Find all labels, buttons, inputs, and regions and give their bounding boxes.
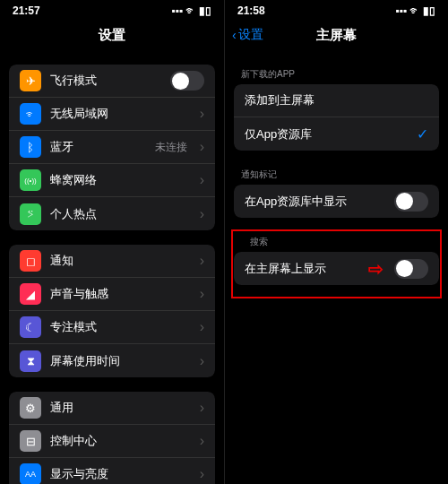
- nav-bar: 设置: [0, 20, 224, 50]
- chevron-right-icon: ›: [200, 253, 204, 269]
- sound-icon: ◢: [20, 283, 41, 305]
- settings-cell-wifi[interactable]: ᯤ无线局域网›: [9, 98, 215, 131]
- settings-cell-hotspot[interactable]: ⍩个人热点›: [9, 197, 215, 230]
- cell-label: 个人热点: [50, 206, 187, 222]
- cell-label: 仅App资源库: [245, 126, 408, 143]
- nav-bar: ‹ 设置 主屏幕: [225, 20, 448, 50]
- cell-label: 屏幕使用时间: [50, 353, 187, 369]
- notification-icon: ◻: [20, 250, 41, 272]
- hotspot-icon: ⍩: [20, 203, 41, 225]
- section-header: 通知标记: [225, 165, 448, 185]
- settings-cell-sound[interactable]: ◢声音与触感›: [9, 278, 215, 311]
- cell-label: 蜂窝网络: [50, 172, 187, 188]
- wifi-icon: ᯤ: [409, 4, 420, 17]
- cell-label: 声音与触感: [50, 286, 187, 302]
- settings-cell-notification[interactable]: ◻通知›: [9, 245, 215, 278]
- section-header: 新下载的APP: [225, 65, 448, 84]
- display-icon: AA: [20, 463, 41, 484]
- signal-icon: ▪▪▪: [395, 4, 407, 17]
- option-cell[interactable]: 仅App资源库✓: [234, 117, 439, 151]
- cell-label: 蓝牙: [50, 139, 146, 155]
- general-icon: ⚙: [20, 397, 41, 419]
- home-screen-settings: 21:58 ▪▪▪ ᯤ ▮▯ ‹ 设置 主屏幕 新下载的APP添加到主屏幕仅Ap…: [224, 0, 448, 484]
- cell-label: 通用: [50, 400, 187, 416]
- settings-cell-display[interactable]: AA显示与亮度›: [9, 458, 215, 484]
- checkmark-icon: ✓: [417, 125, 428, 143]
- cell-label: 添加到主屏幕: [245, 92, 428, 108]
- status-time: 21:58: [237, 4, 265, 17]
- chevron-right-icon: ›: [200, 106, 204, 122]
- page-title: 主屏幕: [316, 27, 357, 44]
- section-header: 搜索: [234, 232, 439, 252]
- toggle[interactable]: [394, 192, 428, 212]
- chevron-right-icon: ›: [200, 433, 204, 449]
- chevron-right-icon: ›: [200, 139, 204, 155]
- callout-arrow-icon: ⇨: [368, 258, 380, 280]
- wifi-icon: ᯤ: [185, 4, 196, 17]
- battery-icon: ▮▯: [423, 4, 435, 17]
- settings-screen: 21:57 ▪▪▪ ᯤ ▮▯ 设置 ✈飞行模式ᯤ无线局域网›ᛒ蓝牙未连接›((•…: [0, 0, 224, 484]
- cell-label: 在主屏幕上显示: [245, 261, 359, 277]
- battery-icon: ▮▯: [199, 4, 211, 17]
- settings-cell-control[interactable]: ⊟控制中心›: [9, 425, 215, 458]
- back-label: 设置: [238, 27, 263, 43]
- chevron-right-icon: ›: [200, 319, 204, 335]
- chevron-right-icon: ›: [200, 353, 204, 369]
- settings-cell-bluetooth[interactable]: ᛒ蓝牙未连接›: [9, 131, 215, 164]
- toggle[interactable]: [170, 71, 204, 91]
- option-cell[interactable]: 在App资源库中显示: [234, 185, 439, 218]
- bluetooth-icon: ᛒ: [20, 136, 41, 158]
- cell-label: 无线局域网: [50, 106, 178, 122]
- cell-label: 专注模式: [50, 319, 187, 335]
- chevron-left-icon: ‹: [232, 28, 237, 42]
- chevron-right-icon: ›: [200, 206, 204, 222]
- settings-cell-focus[interactable]: ☾专注模式›: [9, 311, 215, 344]
- cell-label: 显示与亮度: [50, 466, 187, 482]
- status-bar: 21:58 ▪▪▪ ᯤ ▮▯: [225, 0, 448, 20]
- settings-cell-general[interactable]: ⚙通用›: [9, 392, 215, 425]
- highlight-box: 搜索在主屏幕上显示⇨: [232, 230, 441, 298]
- cell-label: 飞行模式: [50, 73, 161, 89]
- settings-cell-screentime[interactable]: ⧗屏幕使用时间›: [9, 344, 215, 377]
- back-button[interactable]: ‹ 设置: [232, 27, 263, 43]
- screentime-icon: ⧗: [20, 350, 41, 372]
- option-cell[interactable]: 在主屏幕上显示⇨: [234, 252, 439, 285]
- toggle[interactable]: [394, 259, 428, 279]
- settings-cell-cellular[interactable]: ((•))蜂窝网络›: [9, 164, 215, 197]
- cell-label: 控制中心: [50, 433, 187, 449]
- cellular-icon: ((•)): [20, 169, 41, 191]
- chevron-right-icon: ›: [200, 466, 204, 482]
- signal-icon: ▪▪▪: [171, 4, 183, 17]
- page-title: 设置: [99, 27, 125, 44]
- status-time: 21:57: [13, 4, 40, 17]
- settings-cell-airplane[interactable]: ✈飞行模式: [9, 65, 215, 98]
- chevron-right-icon: ›: [200, 400, 204, 416]
- status-bar: 21:57 ▪▪▪ ᯤ ▮▯: [0, 0, 224, 20]
- chevron-right-icon: ›: [200, 286, 204, 302]
- status-icons: ▪▪▪ ᯤ ▮▯: [171, 4, 211, 17]
- control-icon: ⊟: [20, 430, 41, 452]
- chevron-right-icon: ›: [200, 172, 204, 188]
- option-cell[interactable]: 添加到主屏幕: [234, 84, 439, 117]
- wifi-icon: ᯤ: [20, 103, 41, 125]
- airplane-icon: ✈: [20, 70, 41, 91]
- cell-value: 未连接: [155, 140, 187, 155]
- cell-label: 通知: [50, 253, 187, 269]
- focus-icon: ☾: [20, 316, 41, 338]
- status-icons: ▪▪▪ ᯤ ▮▯: [395, 4, 435, 17]
- cell-label: 在App资源库中显示: [245, 194, 385, 210]
